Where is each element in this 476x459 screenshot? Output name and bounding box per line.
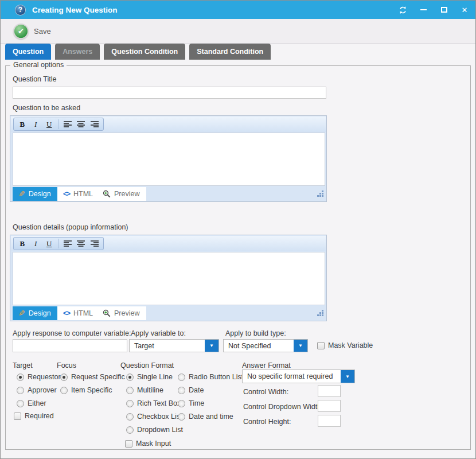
window-title: Creating New Question: [32, 6, 118, 14]
align-center-button[interactable]: [75, 238, 88, 249]
radio-item-specific[interactable]: Item Specific: [60, 386, 112, 394]
save-button-label: Save: [34, 27, 51, 36]
radio-label: Dropdown List: [137, 426, 183, 434]
radio-dropdown-list[interactable]: Dropdown List: [126, 426, 183, 434]
radio-request-specific[interactable]: Request Specific: [60, 373, 125, 381]
resize-grip-icon[interactable]: [317, 310, 323, 317]
checkbox-icon: [125, 440, 132, 448]
radio-icon: [178, 400, 185, 407]
minimize-button[interactable]: [418, 5, 428, 15]
align-right-button[interactable]: [89, 238, 102, 249]
question-details-editor: B I U ✎: [10, 235, 327, 321]
radio-single-line[interactable]: Single Line: [126, 373, 173, 381]
radio-icon: [60, 374, 68, 381]
tab-standard-condition[interactable]: Standard Condition: [189, 44, 271, 60]
radio-approver[interactable]: Approver: [17, 386, 57, 394]
maximize-button[interactable]: [439, 5, 449, 15]
html-tab[interactable]: <> HTML: [57, 187, 97, 201]
align-left-icon: [64, 121, 72, 127]
radio-multiline[interactable]: Multiline: [126, 386, 163, 394]
radio-checkbox-list[interactable]: Checkbox List: [126, 413, 182, 421]
answer-format-dropdown[interactable]: No specific format required ▼: [242, 369, 355, 383]
question-title-input[interactable]: [13, 87, 326, 99]
mask-variable-checkbox[interactable]: Mask Variable: [317, 341, 373, 349]
design-tab[interactable]: ✎ Design: [13, 187, 57, 201]
radio-rich-text-box[interactable]: Rich Text Box: [126, 399, 181, 407]
dropdown-value: Target: [134, 340, 154, 352]
chevron-down-icon: ▼: [341, 370, 354, 383]
radio-icon: [178, 374, 185, 381]
align-left-button[interactable]: [62, 119, 75, 130]
bold-icon: B: [19, 120, 25, 129]
creating-new-question-window: ? Creating New Question ✕ ✔ Save: [0, 0, 476, 459]
align-center-button[interactable]: [75, 119, 88, 130]
bold-button[interactable]: B: [16, 119, 29, 130]
underline-button[interactable]: U: [43, 119, 56, 130]
radio-date-and-time[interactable]: Date and time: [178, 413, 233, 421]
radio-icon: [60, 387, 68, 394]
control-width-input[interactable]: [318, 385, 341, 397]
underline-button[interactable]: U: [43, 238, 56, 249]
radio-icon: [17, 374, 24, 381]
align-left-button[interactable]: [62, 238, 75, 249]
radio-time[interactable]: Time: [178, 399, 204, 407]
window-controls: ✕: [397, 1, 470, 19]
required-checkbox[interactable]: Required: [14, 412, 54, 420]
html-tab-label: HTML: [73, 190, 93, 198]
computer-variable-input[interactable]: [13, 339, 127, 352]
tab-answers[interactable]: Answers: [55, 44, 100, 60]
radio-label: Requestor: [28, 373, 61, 381]
html-tab[interactable]: <> HTML: [57, 306, 97, 320]
apply-build-type-dropdown[interactable]: Not Specified ▼: [223, 339, 308, 352]
close-button[interactable]: ✕: [459, 5, 470, 15]
mask-input-checkbox[interactable]: Mask Input: [125, 439, 171, 448]
dropdown-value: No specific format required: [247, 370, 333, 383]
dropdown-value: Not Specified: [228, 340, 271, 352]
radio-label: Item Specific: [71, 386, 112, 394]
radio-date[interactable]: Date: [178, 386, 204, 394]
apply-build-type-label: Apply to build type:: [225, 329, 286, 337]
italic-button[interactable]: I: [30, 119, 42, 130]
target-label: Target: [13, 361, 33, 369]
resize-grip-icon[interactable]: [317, 190, 323, 197]
align-right-button[interactable]: [89, 119, 102, 130]
editor-content-area[interactable]: [13, 133, 325, 186]
editor-toolbar: B I U: [11, 236, 326, 251]
answer-format-label: Answer Format: [242, 361, 291, 369]
radio-either[interactable]: Either: [17, 399, 46, 407]
code-icon: <>: [63, 309, 70, 317]
question-details-label: Question details (popup information): [13, 223, 128, 231]
help-glyph: ?: [18, 6, 22, 14]
bold-icon: B: [19, 239, 25, 248]
toolbar-separator: [58, 239, 59, 248]
italic-button[interactable]: I: [30, 238, 42, 249]
radio-requestor[interactable]: Requestor: [17, 373, 61, 381]
apply-variable-to-dropdown[interactable]: Target ▼: [129, 339, 219, 352]
code-icon: <>: [63, 190, 70, 198]
radio-icon: [17, 387, 24, 394]
focus-label: Focus: [57, 361, 76, 369]
radio-icon: [126, 413, 134, 421]
apply-variable-to-label: Apply variable to:: [131, 329, 186, 337]
tab-question-condition[interactable]: Question Condition: [104, 44, 185, 60]
align-center-icon: [77, 240, 85, 247]
radio-radio-button-list[interactable]: Radio Button List: [178, 373, 243, 381]
html-tab-label: HTML: [73, 309, 93, 317]
editor-content-area[interactable]: [13, 252, 325, 305]
radio-icon: [126, 400, 134, 407]
save-button[interactable]: ✔ Save: [13, 23, 51, 40]
checkbox-label: Mask Input: [136, 439, 171, 448]
design-tab[interactable]: ✎ Design: [13, 306, 57, 320]
help-icon[interactable]: ?: [15, 5, 26, 15]
preview-tab[interactable]: Preview: [97, 187, 146, 201]
bold-button[interactable]: B: [16, 238, 29, 249]
refresh-button[interactable]: [397, 5, 408, 15]
radio-label: Date: [189, 386, 204, 394]
tab-question[interactable]: Question: [5, 44, 51, 60]
preview-tab[interactable]: Preview: [97, 306, 146, 320]
tab-label: Answers: [63, 48, 92, 56]
radio-label: Rich Text Box: [137, 399, 181, 407]
control-height-input[interactable]: [318, 415, 341, 427]
radio-label: Either: [28, 399, 46, 407]
control-dropdown-width-input[interactable]: [318, 400, 341, 412]
